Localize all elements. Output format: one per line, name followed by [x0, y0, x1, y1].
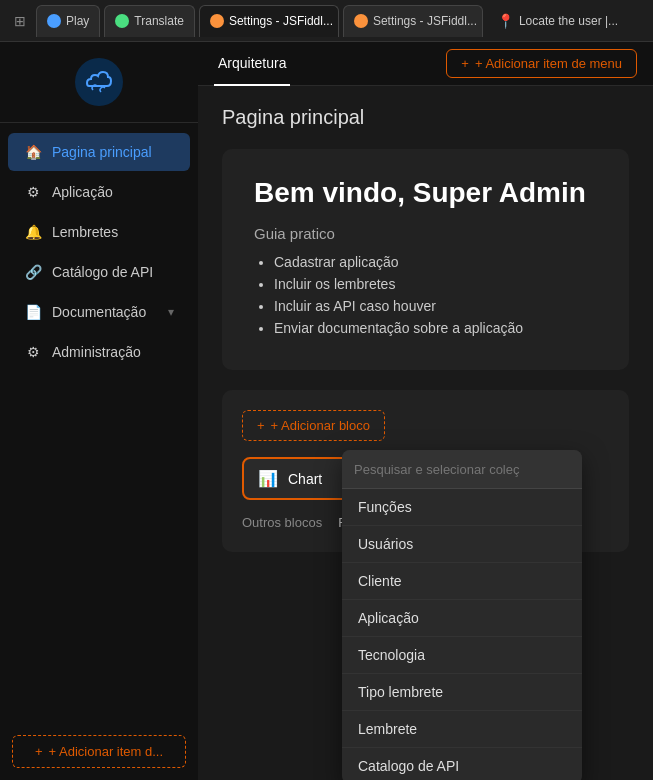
plus-block-icon: +: [257, 418, 265, 433]
add-block-button[interactable]: + + Adicionar bloco: [242, 410, 385, 441]
dropdown-item-usuarios-label: Usuários: [358, 536, 413, 552]
main-layout: 🏠 Pagina principal ⚙ Aplicação 🔔 Lembret…: [0, 42, 653, 780]
dropdown-item-usuarios[interactable]: Usuários: [342, 526, 582, 563]
sidebar-item-catalogo[interactable]: 🔗 Catálogo de API: [8, 253, 190, 291]
admin-name: Super Admin: [413, 177, 586, 208]
sidebar-item-pagina-principal-label: Pagina principal: [52, 144, 174, 160]
sidebar-logo: [0, 42, 198, 123]
tab-locate-label: Locate the user |...: [519, 14, 618, 28]
dropdown-item-tecnologia-label: Tecnologia: [358, 647, 425, 663]
dropdown-item-tipo-lembrete-label: Tipo lembrete: [358, 684, 443, 700]
sidebar-item-aplicacao[interactable]: ⚙ Aplicação: [8, 173, 190, 211]
svg-point-0: [75, 58, 123, 106]
plus-menu-icon: +: [461, 56, 469, 71]
tab-play-label: Play: [66, 14, 89, 28]
chart-icon: 📊: [258, 469, 278, 488]
aplicacao-icon: ⚙: [24, 183, 42, 201]
welcome-title: Bem vindo, Super Admin: [254, 177, 597, 209]
dropdown-item-cliente-label: Cliente: [358, 573, 402, 589]
plus-icon: +: [35, 744, 43, 759]
dropdown-item-cliente[interactable]: Cliente: [342, 563, 582, 600]
tab-settings1-label: Settings - JSFiddl...: [229, 14, 333, 28]
lembretes-icon: 🔔: [24, 223, 42, 241]
page-title: Pagina principal: [222, 106, 629, 129]
sidebar-item-pagina-principal[interactable]: 🏠 Pagina principal: [8, 133, 190, 171]
admin-icon: ⚙: [24, 343, 42, 361]
sub-nav-arquitetura[interactable]: Arquitetura: [214, 42, 290, 86]
settings1-tab-icon: [210, 14, 224, 28]
sidebar-item-aplicacao-label: Aplicação: [52, 184, 174, 200]
tab-play[interactable]: Play: [36, 5, 100, 37]
sidebar: 🏠 Pagina principal ⚙ Aplicação 🔔 Lembret…: [0, 42, 198, 780]
dropdown-item-tecnologia[interactable]: Tecnologia: [342, 637, 582, 674]
dropdown-item-aplicacao-label: Aplicação: [358, 610, 419, 626]
sidebar-add-item-button[interactable]: + + Adicionar item d...: [12, 735, 186, 768]
guide-label: Guia pratico: [254, 225, 597, 242]
add-menu-btn-label: + Adicionar item de menu: [475, 56, 622, 71]
sidebar-nav: 🏠 Pagina principal ⚙ Aplicação 🔔 Lembret…: [0, 123, 198, 723]
dropdown-item-catalogo-api-label: Catalogo de API: [358, 758, 459, 774]
documentacao-icon: 📄: [24, 303, 42, 321]
welcome-card: Bem vindo, Super Admin Guia pratico Cada…: [222, 149, 629, 370]
add-menu-button[interactable]: + + Adicionar item de menu: [446, 49, 637, 78]
welcome-list: Cadastrar aplicação Incluir os lembretes…: [254, 254, 597, 336]
sidebar-item-lembretes[interactable]: 🔔 Lembretes: [8, 213, 190, 251]
dropdown-search-container: [342, 450, 582, 489]
tab-locate[interactable]: 📍 Locate the user |...: [487, 5, 628, 37]
collection-dropdown: Funções Usuários Cliente Aplicação Tecno…: [342, 450, 582, 780]
dropdown-item-funcoes-label: Funções: [358, 499, 412, 515]
grid-icon[interactable]: ⊞: [8, 9, 32, 33]
tab-translate[interactable]: Translate: [104, 5, 195, 37]
tab-settings2[interactable]: Settings - JSFiddl...: [343, 5, 483, 37]
list-item: Incluir as API caso houver: [274, 298, 597, 314]
dropdown-item-funcoes[interactable]: Funções: [342, 489, 582, 526]
dropdown-item-catalogo-api[interactable]: Catalogo de API: [342, 748, 582, 780]
chevron-down-icon: ▾: [168, 305, 174, 319]
dropdown-item-lembrete-label: Lembrete: [358, 721, 417, 737]
dropdown-item-aplicacao[interactable]: Aplicação: [342, 600, 582, 637]
dropdown-search-input[interactable]: [354, 462, 570, 477]
sidebar-item-catalogo-label: Catálogo de API: [52, 264, 174, 280]
outros-label: Outros blocos: [242, 515, 322, 530]
home-icon: 🏠: [24, 143, 42, 161]
block-area: + + Adicionar bloco 📊 Chart › Outros blo…: [222, 390, 629, 552]
list-item: Incluir os lembretes: [274, 276, 597, 292]
sub-nav: Arquitetura + + Adicionar item de menu: [198, 42, 653, 86]
play-tab-icon: [47, 14, 61, 28]
catalogo-icon: 🔗: [24, 263, 42, 281]
translate-tab-icon: [115, 14, 129, 28]
topbar: ⊞ Play Translate Settings - JSFiddl... S…: [0, 0, 653, 42]
tab-settings1[interactable]: Settings - JSFiddl...: [199, 5, 339, 37]
add-block-btn-label: + Adicionar bloco: [271, 418, 370, 433]
sub-nav-arquitetura-label: Arquitetura: [218, 55, 286, 71]
locate-icon: 📍: [497, 13, 514, 29]
tab-settings2-label: Settings - JSFiddl...: [373, 14, 477, 28]
dropdown-item-lembrete[interactable]: Lembrete: [342, 711, 582, 748]
sidebar-item-lembretes-label: Lembretes: [52, 224, 174, 240]
sidebar-item-documentacao[interactable]: 📄 Documentação ▾: [8, 293, 190, 331]
settings2-tab-icon: [354, 14, 368, 28]
sidebar-add-btn-label: + Adicionar item d...: [49, 744, 164, 759]
list-item: Enviar documentação sobre a aplicação: [274, 320, 597, 336]
tab-translate-label: Translate: [134, 14, 184, 28]
dropdown-item-tipo-lembrete[interactable]: Tipo lembrete: [342, 674, 582, 711]
sidebar-item-documentacao-label: Documentação: [52, 304, 158, 320]
sidebar-item-administracao[interactable]: ⚙ Administração: [8, 333, 190, 371]
app-logo: [75, 58, 123, 106]
content-area: Arquitetura + + Adicionar item de menu P…: [198, 42, 653, 780]
page-content: Pagina principal Bem vindo, Super Admin …: [198, 86, 653, 780]
sidebar-item-administracao-label: Administração: [52, 344, 174, 360]
list-item: Cadastrar aplicação: [274, 254, 597, 270]
